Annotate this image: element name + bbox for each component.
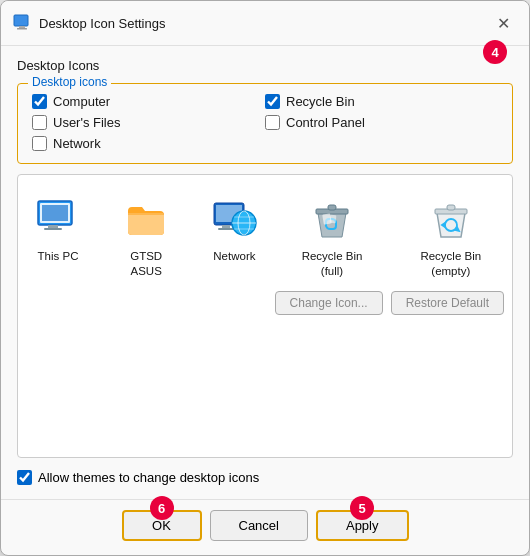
recycle-full-label: Recycle Bin (full) — [292, 249, 371, 279]
folder-label: GTSD ASUS — [116, 249, 176, 279]
svg-rect-23 — [447, 205, 455, 210]
checkbox-item-computer[interactable]: Computer — [32, 94, 265, 109]
icon-item-folder[interactable]: GTSD ASUS — [110, 191, 182, 283]
badge-6: 6 — [150, 496, 174, 520]
checkbox-item-controlpanel[interactable]: Control Panel — [265, 115, 498, 130]
checkbox-label-userfiles: User's Files — [53, 115, 121, 130]
checkbox-row-1: Computer Recycle Bin — [32, 94, 498, 109]
change-icon-button[interactable]: Change Icon... — [275, 291, 383, 315]
icons-row: This PC GTSD ASUS — [26, 191, 504, 283]
icon-item-network[interactable]: Network — [202, 191, 266, 268]
svg-rect-21 — [330, 215, 337, 223]
title-bar: Desktop Icon Settings ✕ — [1, 1, 529, 46]
checkbox-network[interactable] — [32, 136, 47, 151]
badge-5: 5 — [350, 496, 374, 520]
checkbox-row-2: User's Files Control Panel — [32, 115, 498, 130]
thispc-icon — [34, 195, 82, 243]
svg-rect-11 — [222, 225, 230, 228]
checkbox-label-network: Network — [53, 136, 101, 151]
icon-item-thispc[interactable]: This PC — [26, 191, 90, 268]
cancel-button[interactable]: Cancel — [210, 510, 308, 541]
icon-actions: Change Icon... Restore Default — [26, 283, 504, 315]
thispc-label: This PC — [38, 249, 79, 264]
folder-icon — [122, 195, 170, 243]
allow-themes-label: Allow themes to change desktop icons — [38, 470, 259, 485]
checkbox-item-userfiles[interactable]: User's Files — [32, 115, 265, 130]
svg-rect-6 — [48, 225, 58, 228]
svg-rect-12 — [218, 228, 234, 230]
icon-item-recycle-empty[interactable]: Recycle Bin (empty) — [398, 191, 504, 283]
checkbox-group-title: Desktop icons — [28, 75, 111, 89]
checkbox-item-network[interactable]: Network — [32, 136, 265, 151]
svg-rect-0 — [14, 15, 28, 26]
dialog-title: Desktop Icon Settings — [39, 16, 165, 31]
checkbox-recycle[interactable] — [265, 94, 280, 109]
close-button[interactable]: ✕ — [489, 9, 517, 37]
svg-rect-5 — [42, 205, 68, 221]
badge-4: 4 — [483, 40, 507, 64]
checkbox-controlpanel[interactable] — [265, 115, 280, 130]
icon-item-recycle-full[interactable]: Recycle Bin (full) — [286, 191, 377, 283]
desktop-icons-checkbox-group: Desktop icons Computer Recycle Bin User'… — [17, 83, 513, 164]
recycle-empty-label: Recycle Bin (empty) — [404, 249, 498, 279]
network-label: Network — [213, 249, 255, 264]
section-label: Desktop Icons — [17, 58, 99, 73]
checkbox-label-computer: Computer — [53, 94, 110, 109]
checkbox-userfiles[interactable] — [32, 115, 47, 130]
icons-panel: This PC GTSD ASUS — [17, 174, 513, 458]
recycle-empty-icon — [427, 195, 475, 243]
svg-rect-1 — [19, 26, 25, 28]
checkbox-row-3: Network — [32, 136, 498, 151]
checkbox-label-recycle: Recycle Bin — [286, 94, 355, 109]
dialog: Desktop Icon Settings ✕ Desktop Icons 4 … — [0, 0, 530, 556]
restore-default-button[interactable]: Restore Default — [391, 291, 504, 315]
dialog-icon — [13, 14, 31, 32]
recycle-full-icon — [308, 195, 356, 243]
content-area: Desktop Icons 4 Desktop icons Computer R… — [1, 46, 529, 499]
svg-rect-7 — [44, 228, 62, 230]
svg-rect-19 — [328, 205, 336, 210]
svg-rect-2 — [17, 28, 27, 30]
checkbox-item-recycle[interactable]: Recycle Bin — [265, 94, 498, 109]
network-icon — [210, 195, 258, 243]
desktop-icons-section-header: Desktop Icons 4 — [17, 58, 513, 73]
footer: 6 OK Cancel 5 Apply — [1, 499, 529, 555]
allow-themes-row: Allow themes to change desktop icons — [17, 468, 513, 487]
checkbox-computer[interactable] — [32, 94, 47, 109]
allow-themes-checkbox[interactable] — [17, 470, 32, 485]
checkbox-label-controlpanel: Control Panel — [286, 115, 365, 130]
